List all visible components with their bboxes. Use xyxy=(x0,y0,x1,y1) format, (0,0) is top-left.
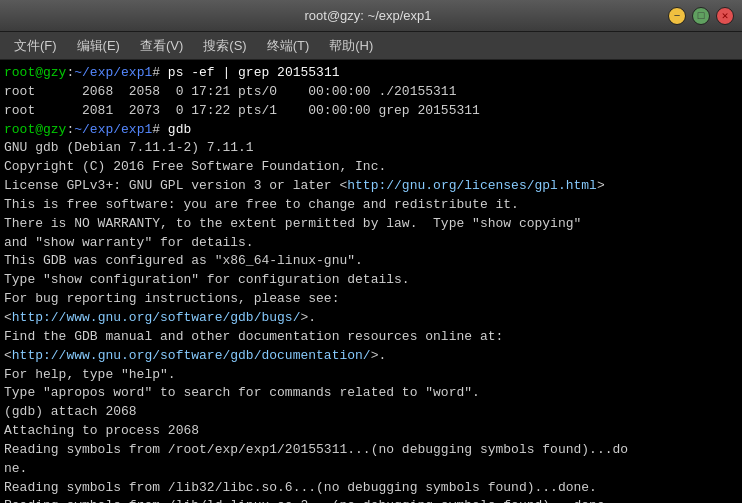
terminal-line: Reading symbols from /lib32/libc.so.6...… xyxy=(4,479,738,498)
terminal-line: License GPLv3+: GNU GPL version 3 or lat… xyxy=(4,177,738,196)
menu-edit[interactable]: 编辑(E) xyxy=(67,34,130,58)
terminal-line: root@gzy:~/exp/exp1# gdb xyxy=(4,121,738,140)
terminal-line: Type "show configuration" for configurat… xyxy=(4,271,738,290)
menu-view[interactable]: 查看(V) xyxy=(130,34,193,58)
close-button[interactable]: ✕ xyxy=(716,7,734,25)
terminal-line: root 2081 2073 0 17:22 pts/1 00:00:00 gr… xyxy=(4,102,738,121)
menu-file[interactable]: 文件(F) xyxy=(4,34,67,58)
terminal-output[interactable]: root@gzy:~/exp/exp1# ps -ef | grep 20155… xyxy=(0,60,742,503)
maximize-button[interactable]: □ xyxy=(692,7,710,25)
terminal-line: This is free software: you are free to c… xyxy=(4,196,738,215)
terminal-line: and "show warranty" for details. xyxy=(4,234,738,253)
terminal-line: For help, type "help". xyxy=(4,366,738,385)
menu-terminal[interactable]: 终端(T) xyxy=(257,34,320,58)
terminal-line: <http://www.gnu.org/software/gdb/bugs/>. xyxy=(4,309,738,328)
terminal-line: <http://www.gnu.org/software/gdb/documen… xyxy=(4,347,738,366)
terminal-line: Reading symbols from /root/exp/exp1/2015… xyxy=(4,441,738,460)
terminal-line: Attaching to process 2068 xyxy=(4,422,738,441)
terminal-line: Find the GDB manual and other documentat… xyxy=(4,328,738,347)
menu-help[interactable]: 帮助(H) xyxy=(319,34,383,58)
window-title: root@gzy: ~/exp/exp1 xyxy=(68,8,668,23)
window-controls: − □ ✕ xyxy=(668,7,734,25)
terminal-line: There is NO WARRANTY, to the extent perm… xyxy=(4,215,738,234)
terminal-line: (gdb) attach 2068 xyxy=(4,403,738,422)
terminal-line: ne. xyxy=(4,460,738,479)
terminal-line: root 2068 2058 0 17:21 pts/0 00:00:00 ./… xyxy=(4,83,738,102)
menu-search[interactable]: 搜索(S) xyxy=(193,34,256,58)
minimize-button[interactable]: − xyxy=(668,7,686,25)
menubar: 文件(F) 编辑(E) 查看(V) 搜索(S) 终端(T) 帮助(H) xyxy=(0,32,742,60)
titlebar: root@gzy: ~/exp/exp1 − □ ✕ xyxy=(0,0,742,32)
terminal-line: root@gzy:~/exp/exp1# ps -ef | grep 20155… xyxy=(4,64,738,83)
terminal-line: GNU gdb (Debian 7.11.1-2) 7.11.1 xyxy=(4,139,738,158)
terminal-line: Reading symbols from /lib/ld-linux.so.2.… xyxy=(4,497,738,503)
terminal-line: Copyright (C) 2016 Free Software Foundat… xyxy=(4,158,738,177)
terminal-line: Type "apropos word" to search for comman… xyxy=(4,384,738,403)
terminal-line: For bug reporting instructions, please s… xyxy=(4,290,738,309)
terminal-line: This GDB was configured as "x86_64-linux… xyxy=(4,252,738,271)
